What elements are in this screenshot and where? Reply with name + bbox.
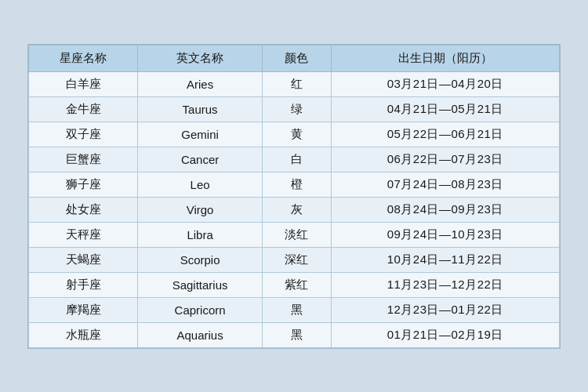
table-header-row: 星座名称 英文名称 颜色 出生日期（阳历） — [29, 45, 560, 71]
cell-row8-col1: Sagittarius — [138, 272, 262, 297]
cell-row7-col3: 10月24日—11月22日 — [331, 247, 560, 272]
header-english-name: 英文名称 — [138, 45, 262, 71]
cell-row4-col3: 07月24日—08月23日 — [331, 172, 560, 197]
table-row: 摩羯座Capricorn黑12月23日—01月22日 — [29, 297, 560, 322]
cell-row4-col1: Leo — [138, 172, 262, 197]
header-birthday: 出生日期（阳历） — [331, 45, 560, 71]
cell-row1-col0: 金牛座 — [29, 96, 138, 122]
table-row: 狮子座Leo橙07月24日—08月23日 — [29, 172, 560, 197]
cell-row10-col0: 水瓶座 — [29, 322, 138, 347]
cell-row7-col0: 天蝎座 — [29, 247, 138, 272]
cell-row3-col0: 巨蟹座 — [29, 147, 138, 172]
cell-row2-col1: Gemini — [138, 122, 262, 147]
cell-row10-col3: 01月21日—02月19日 — [331, 322, 560, 347]
table-row: 白羊座Aries红03月21日—04月20日 — [29, 71, 560, 96]
cell-row0-col0: 白羊座 — [29, 71, 138, 96]
cell-row9-col3: 12月23日—01月22日 — [331, 297, 560, 322]
cell-row7-col1: Scorpio — [138, 247, 262, 272]
cell-row5-col2: 灰 — [262, 197, 331, 222]
zodiac-table: 星座名称 英文名称 颜色 出生日期（阳历） 白羊座Aries红03月21日—04… — [28, 45, 560, 348]
header-chinese-name: 星座名称 — [29, 45, 138, 71]
zodiac-table-container: 星座名称 英文名称 颜色 出生日期（阳历） 白羊座Aries红03月21日—04… — [27, 44, 561, 349]
cell-row5-col1: Virgo — [138, 197, 262, 222]
cell-row3-col3: 06月22日—07月23日 — [331, 147, 560, 172]
cell-row2-col0: 双子座 — [29, 122, 138, 147]
cell-row9-col2: 黑 — [262, 297, 331, 322]
cell-row10-col1: Aquarius — [138, 322, 262, 347]
cell-row1-col2: 绿 — [262, 96, 331, 122]
cell-row8-col2: 紫红 — [262, 272, 331, 297]
table-row: 天秤座Libra淡红09月24日—10月23日 — [29, 222, 560, 247]
cell-row4-col0: 狮子座 — [29, 172, 138, 197]
cell-row6-col0: 天秤座 — [29, 222, 138, 247]
cell-row3-col1: Cancer — [138, 147, 262, 172]
table-row: 天蝎座Scorpio深红10月24日—11月22日 — [29, 247, 560, 272]
cell-row0-col3: 03月21日—04月20日 — [331, 71, 560, 96]
table-row: 处女座Virgo灰08月24日—09月23日 — [29, 197, 560, 222]
cell-row5-col3: 08月24日—09月23日 — [331, 197, 560, 222]
table-row: 双子座Gemini黄05月22日—06月21日 — [29, 122, 560, 147]
table-row: 水瓶座Aquarius黑01月21日—02月19日 — [29, 322, 560, 347]
cell-row4-col2: 橙 — [262, 172, 331, 197]
table-row: 巨蟹座Cancer白06月22日—07月23日 — [29, 147, 560, 172]
cell-row8-col3: 11月23日—12月22日 — [331, 272, 560, 297]
cell-row1-col3: 04月21日—05月21日 — [331, 96, 560, 122]
cell-row9-col1: Capricorn — [138, 297, 262, 322]
table-row: 金牛座Taurus绿04月21日—05月21日 — [29, 96, 560, 122]
cell-row6-col3: 09月24日—10月23日 — [331, 222, 560, 247]
cell-row2-col2: 黄 — [262, 122, 331, 147]
cell-row8-col0: 射手座 — [29, 272, 138, 297]
header-color: 颜色 — [262, 45, 331, 71]
cell-row5-col0: 处女座 — [29, 197, 138, 222]
cell-row6-col1: Libra — [138, 222, 262, 247]
cell-row3-col2: 白 — [262, 147, 331, 172]
cell-row2-col3: 05月22日—06月21日 — [331, 122, 560, 147]
cell-row6-col2: 淡红 — [262, 222, 331, 247]
cell-row1-col1: Taurus — [138, 96, 262, 122]
cell-row10-col2: 黑 — [262, 322, 331, 347]
cell-row9-col0: 摩羯座 — [29, 297, 138, 322]
cell-row0-col1: Aries — [138, 71, 262, 96]
table-body: 白羊座Aries红03月21日—04月20日金牛座Taurus绿04月21日—0… — [29, 71, 560, 347]
cell-row0-col2: 红 — [262, 71, 331, 96]
table-row: 射手座Sagittarius紫红11月23日—12月22日 — [29, 272, 560, 297]
cell-row7-col2: 深红 — [262, 247, 331, 272]
